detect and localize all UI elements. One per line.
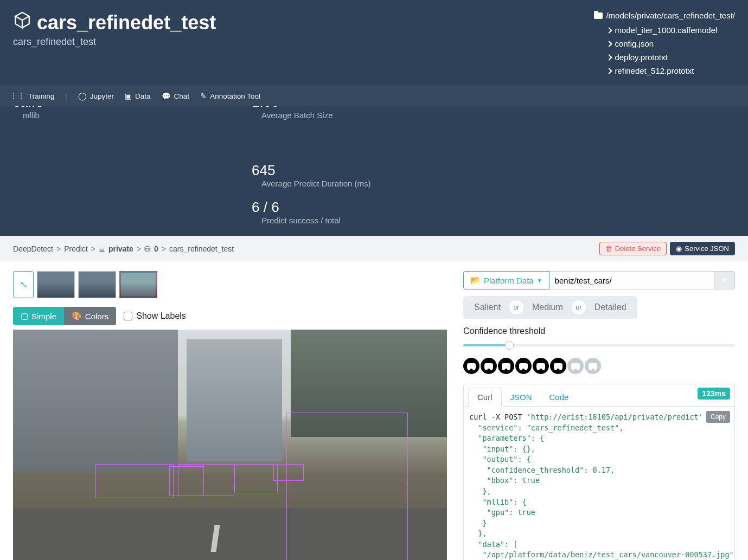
car-icon — [536, 363, 545, 369]
model-file[interactable]: deploy.prototxt — [607, 50, 735, 64]
car-icon — [467, 363, 476, 369]
service-json-button[interactable]: ◉Service JSON — [670, 242, 735, 255]
car-icon — [571, 363, 580, 369]
nav-annotation[interactable]: ✎Annotation Tool — [200, 92, 260, 100]
chevron-right-icon — [606, 41, 612, 47]
close-icon: ✕ — [721, 276, 728, 285]
tab-code[interactable]: Code — [541, 388, 578, 406]
metric-predict-success: 6 / 6 Predict success / total — [252, 199, 370, 225]
chevron-right-icon — [606, 54, 612, 60]
stack-icon: ≣ — [99, 244, 105, 253]
tab-curl[interactable]: Curl — [468, 388, 502, 407]
show-labels-input[interactable] — [124, 312, 132, 320]
car-icon — [554, 363, 562, 369]
tab-json[interactable]: JSON — [502, 388, 541, 406]
detail-detailed[interactable]: Detailed — [587, 299, 634, 316]
class-chip[interactable] — [515, 358, 532, 374]
palette-icon: 🎨 — [72, 311, 82, 321]
class-chip[interactable] — [533, 358, 549, 374]
time-badge: 123ms — [698, 388, 730, 400]
platform-data-dropdown[interactable]: 📂 Platform Data ▼ — [463, 271, 549, 289]
curl-code: Copycurl -X POST 'http://erist:18105/api… — [464, 407, 734, 560]
page-subtitle: cars_refinedet_test — [13, 36, 216, 48]
trash-icon: 🗑 — [605, 244, 612, 253]
chevron-right-icon — [606, 68, 612, 74]
navbar: ⋮⋮Training | ◯Jupyter ▣Data 💬Chat ✎Annot… — [0, 86, 748, 106]
clear-path-button[interactable]: ✕ — [714, 271, 735, 289]
chat-icon: 💬 — [162, 92, 171, 100]
class-chips — [463, 358, 735, 374]
show-labels-checkbox[interactable]: Show Labels — [124, 311, 186, 321]
class-chip[interactable] — [463, 358, 480, 374]
page-title: cars_refinedet_test — [13, 11, 216, 34]
folder-open-icon: 📂 — [470, 275, 481, 285]
view-colors[interactable]: 🎨Colors — [64, 307, 116, 325]
nav-training[interactable]: ⋮⋮Training — [10, 92, 54, 100]
model-file[interactable]: refinedet_512.prototxt — [607, 64, 735, 78]
grid-icon: ⋮⋮ — [10, 92, 25, 100]
view-simple[interactable]: ▢Simple — [13, 307, 64, 325]
detection-bbox — [95, 464, 174, 498]
detail-medium[interactable]: Medium — [525, 299, 571, 316]
circle-arrow-icon: ◉ — [676, 244, 682, 253]
class-chip-disabled[interactable] — [585, 358, 601, 374]
car-icon — [589, 363, 597, 369]
or-divider: or — [509, 300, 523, 314]
thumbnail[interactable] — [37, 271, 75, 298]
class-chip-disabled[interactable] — [567, 358, 584, 374]
crumb-private[interactable]: private — [108, 244, 133, 253]
square-icon: ▢ — [21, 311, 28, 321]
thumbnail[interactable] — [78, 271, 116, 298]
detection-bbox — [286, 413, 408, 560]
platform-path-input[interactable] — [549, 271, 714, 289]
model-dir: /models/private/cars_refinedet_test/ — [594, 11, 735, 20]
confidence-label: Confidence threshold — [463, 326, 735, 336]
cube-icon — [13, 11, 31, 34]
thumbnail-selected[interactable] — [119, 271, 157, 298]
disk-icon: ⛁ — [144, 244, 151, 253]
detection-bbox — [178, 464, 234, 496]
car-icon — [484, 363, 493, 369]
view-mode-segment: ▢Simple 🎨Colors — [13, 307, 116, 325]
nav-chat[interactable]: 💬Chat — [162, 92, 190, 100]
delete-service-button[interactable]: 🗑Delete Service — [599, 242, 667, 255]
save-icon: ▣ — [125, 92, 132, 100]
edit-icon: ✎ — [200, 92, 207, 100]
crumb-zero[interactable]: 0 — [154, 244, 158, 253]
crumb-root[interactable]: DeepDetect — [13, 244, 53, 253]
chevron-right-icon — [606, 27, 612, 33]
caret-down-icon: ▼ — [537, 278, 542, 284]
car-icon — [502, 363, 510, 369]
crumb-service: cars_refinedet_test — [169, 244, 234, 253]
car-icon — [519, 363, 528, 369]
class-chip[interactable] — [550, 358, 566, 374]
nav-data[interactable]: ▣Data — [125, 92, 151, 100]
class-chip[interactable] — [481, 358, 497, 374]
model-file[interactable]: model_iter_1000.caffemodel — [607, 23, 735, 37]
refresh-icon: ◯ — [78, 92, 87, 100]
folder-icon — [594, 12, 603, 19]
detail-salient[interactable]: Salient — [466, 299, 508, 316]
detail-level-segment: Salient or Medium or Detailed — [463, 296, 637, 319]
copy-button[interactable]: Copy — [706, 411, 730, 423]
confidence-slider[interactable] — [463, 340, 735, 350]
or-divider: or — [572, 300, 586, 314]
shuffle-button[interactable]: ⤡ — [13, 271, 34, 298]
detection-bbox — [234, 464, 278, 493]
breadcrumb: DeepDetect> Predict> ≣private> ⛁0> cars_… — [13, 244, 234, 253]
shuffle-icon: ⤡ — [20, 279, 28, 291]
metric-predict-duration: 645 Average Predict Duration (ms) — [252, 162, 370, 188]
slider-thumb[interactable] — [505, 341, 514, 350]
class-chip[interactable] — [498, 358, 514, 374]
model-file[interactable]: config.json — [607, 37, 735, 50]
preview-image — [13, 330, 447, 560]
crumb-predict[interactable]: Predict — [64, 244, 88, 253]
nav-jupyter[interactable]: ◯Jupyter — [78, 92, 114, 100]
